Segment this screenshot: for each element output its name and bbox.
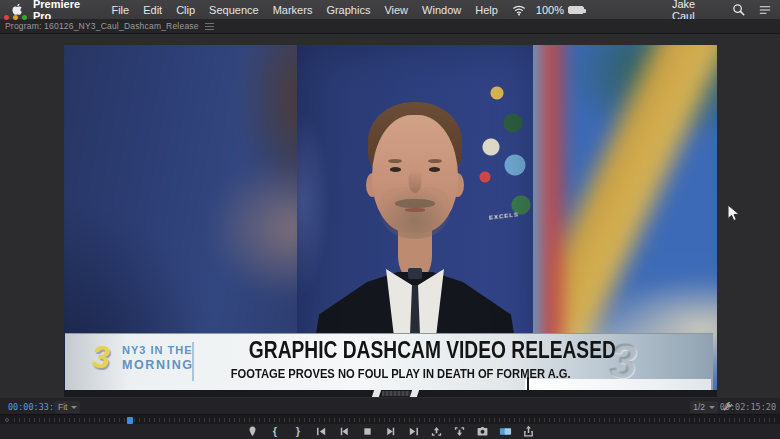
list-icon[interactable]	[758, 3, 772, 17]
program-panel-tab-bar: Program: 160126_NY3_Caul_Dashcam_Release	[0, 19, 780, 34]
mouse-cursor	[727, 204, 740, 223]
export-frame-icon[interactable]	[475, 425, 489, 439]
program-monitor-video: EXCELS 3 NY3 IN THE MORN	[64, 45, 717, 397]
mark-out-button[interactable]: }	[291, 425, 305, 439]
ticker-bar	[64, 390, 717, 397]
menu-edit[interactable]: Edit	[143, 4, 162, 16]
battery-percentage: 100%	[536, 4, 564, 16]
minimize-window-button[interactable]	[13, 15, 18, 20]
zoom-level-dropdown[interactable]: Fit	[55, 401, 80, 413]
menu-markers[interactable]: Markers	[273, 4, 313, 16]
menu-view[interactable]: View	[384, 4, 408, 16]
program-panel-tab[interactable]: Program: 160126_NY3_Caul_Dashcam_Release	[5, 21, 199, 31]
go-to-out-button[interactable]	[406, 425, 420, 439]
menu-window[interactable]: Window	[422, 4, 461, 16]
menu-graphics[interactable]: Graphics	[326, 4, 370, 16]
graphic-text-field[interactable]	[525, 379, 711, 390]
menu-bar: Premiere Pro File Edit Clip Sequence Mar…	[0, 0, 780, 19]
text-caret	[527, 377, 529, 391]
lower-third-banner: 3 NY3 IN THE MORNING GRAPHIC DASHCAM VID…	[65, 333, 713, 390]
export-media-button[interactable]	[521, 425, 535, 439]
step-forward-button[interactable]	[383, 425, 397, 439]
wifi-icon[interactable]	[512, 3, 526, 17]
battery-status[interactable]: 100%	[536, 4, 584, 16]
zoom-window-button[interactable]	[22, 15, 27, 20]
go-to-in-button[interactable]	[314, 425, 328, 439]
extract-button[interactable]	[452, 425, 466, 439]
station-logo: 3	[92, 339, 110, 376]
search-icon[interactable]	[732, 3, 746, 17]
menu-sequence[interactable]: Sequence	[209, 4, 259, 16]
ruler-origin-icon	[5, 418, 9, 422]
window-controls	[4, 15, 27, 20]
comparison-view-button[interactable]	[498, 425, 512, 439]
banner-headline: GRAPHIC DASHCAM VIDEO RELEASED	[249, 336, 616, 364]
chevron-down-icon	[71, 406, 77, 409]
menu-help[interactable]: Help	[475, 4, 498, 16]
banner-subheadline: FOOTAGE PROVES NO FOUL PLAY IN DEATH OF …	[231, 366, 571, 381]
panel-menu-icon[interactable]	[205, 23, 214, 30]
duration-timecode: 00:02:15:20	[720, 402, 776, 412]
battery-icon	[568, 6, 584, 14]
playback-resolution-dropdown[interactable]: 1/2	[690, 401, 718, 413]
playhead-marker[interactable]	[127, 417, 133, 424]
mark-in-button[interactable]: {	[268, 425, 282, 439]
banner-divider	[192, 342, 194, 381]
premiere-pro-screen: Premiere Pro File Edit Clip Sequence Mar…	[0, 0, 780, 439]
menu-clip[interactable]: Clip	[176, 4, 195, 16]
add-marker-button[interactable]	[245, 425, 259, 439]
station-name: NY3 IN THE MORNING	[122, 344, 194, 372]
stop-button[interactable]	[360, 425, 374, 439]
menu-file[interactable]: File	[111, 4, 129, 16]
banner-text: GRAPHIC DASHCAM VIDEO RELEASED FOOTAGE P…	[203, 336, 581, 382]
close-window-button[interactable]	[4, 15, 9, 20]
step-back-button[interactable]	[337, 425, 351, 439]
monitor-time-ruler[interactable]	[0, 414, 780, 424]
monitor-status-row: 00:00:33:17 Fit 1/2 00:02:15:20	[0, 398, 780, 414]
transport-controls: { }	[0, 424, 780, 439]
lift-button[interactable]	[429, 425, 443, 439]
chevron-down-icon	[709, 406, 715, 409]
